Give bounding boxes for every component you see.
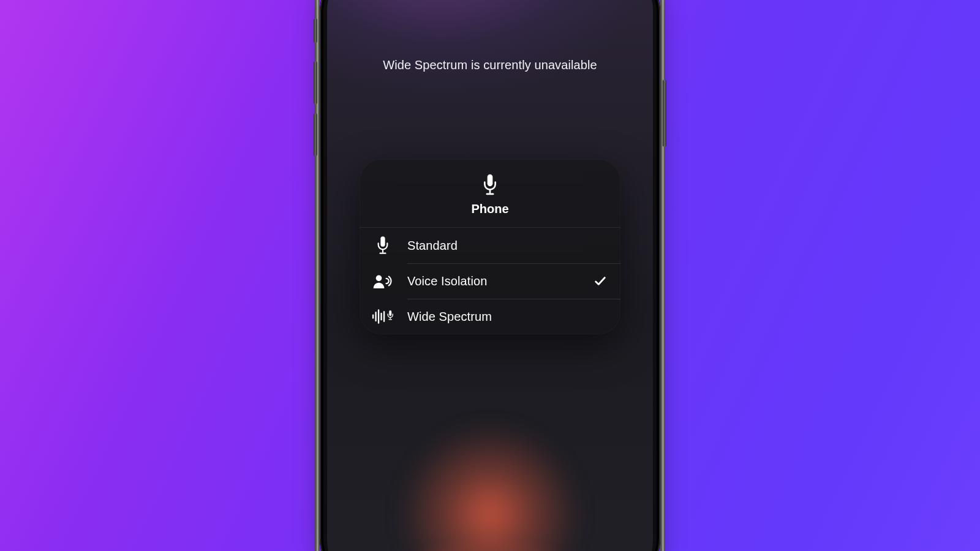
option-label: Wide Spectrum bbox=[407, 310, 594, 324]
mute-switch[interactable] bbox=[314, 18, 317, 43]
microphone-icon bbox=[369, 232, 396, 259]
mic-mode-option-wide-spectrum[interactable]: Wide Spectrum bbox=[360, 299, 620, 334]
volume-down-button[interactable] bbox=[314, 113, 317, 156]
volume-up-button[interactable] bbox=[314, 61, 317, 104]
mic-mode-option-standard[interactable]: Standard bbox=[360, 228, 620, 263]
svg-rect-13 bbox=[390, 317, 391, 319]
svg-rect-12 bbox=[389, 310, 391, 316]
option-label: Standard bbox=[407, 239, 594, 253]
phone-mockup: Wide Spectrum is currently unavailable P… bbox=[315, 0, 665, 551]
waveform-mic-icon bbox=[369, 303, 396, 330]
svg-rect-8 bbox=[375, 312, 376, 321]
microphone-icon bbox=[481, 173, 499, 197]
svg-rect-5 bbox=[380, 252, 386, 253]
screen-glow bbox=[386, 422, 594, 551]
svg-rect-9 bbox=[378, 309, 379, 323]
checkmark-icon bbox=[594, 274, 607, 288]
phone-screen: Wide Spectrum is currently unavailable P… bbox=[327, 0, 653, 551]
svg-rect-1 bbox=[489, 190, 491, 194]
svg-rect-10 bbox=[380, 313, 382, 321]
status-toast: Wide Spectrum is currently unavailable bbox=[327, 58, 653, 72]
svg-rect-11 bbox=[383, 311, 385, 322]
svg-point-6 bbox=[376, 276, 382, 282]
person-voice-icon bbox=[369, 268, 396, 294]
side-button[interactable] bbox=[663, 80, 666, 147]
svg-rect-4 bbox=[382, 249, 383, 253]
svg-rect-7 bbox=[372, 314, 374, 318]
mic-mode-title: Phone bbox=[471, 202, 508, 216]
mic-mode-options: Standard Voice Isolation bbox=[360, 228, 620, 334]
svg-rect-2 bbox=[486, 193, 494, 195]
mic-mode-option-voice-isolation[interactable]: Voice Isolation bbox=[360, 263, 620, 299]
mic-mode-header: Phone bbox=[360, 159, 620, 228]
svg-rect-3 bbox=[380, 236, 385, 247]
svg-rect-14 bbox=[388, 319, 392, 320]
option-label: Voice Isolation bbox=[407, 274, 594, 288]
svg-rect-0 bbox=[488, 174, 493, 187]
mic-mode-card: Phone Standard bbox=[360, 159, 620, 334]
